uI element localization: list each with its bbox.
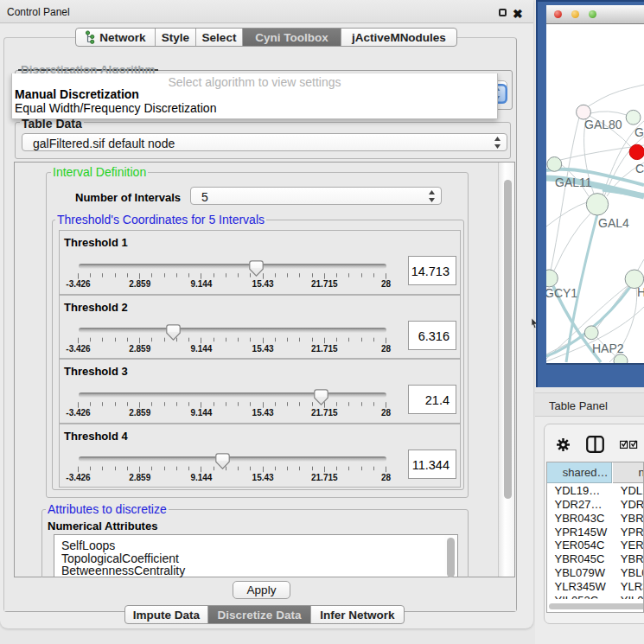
svg-text:C: C: [635, 162, 644, 175]
svg-text:GAL80: GAL80: [584, 118, 622, 131]
svg-text:GA: GA: [634, 125, 644, 139]
svg-text:GAL4: GAL4: [598, 216, 629, 230]
svg-text:H: H: [637, 285, 644, 299]
svg-text:HAP2: HAP2: [592, 341, 624, 355]
svg-text:GAL11: GAL11: [555, 175, 592, 189]
svg-text:GCY1: GCY1: [546, 286, 577, 300]
